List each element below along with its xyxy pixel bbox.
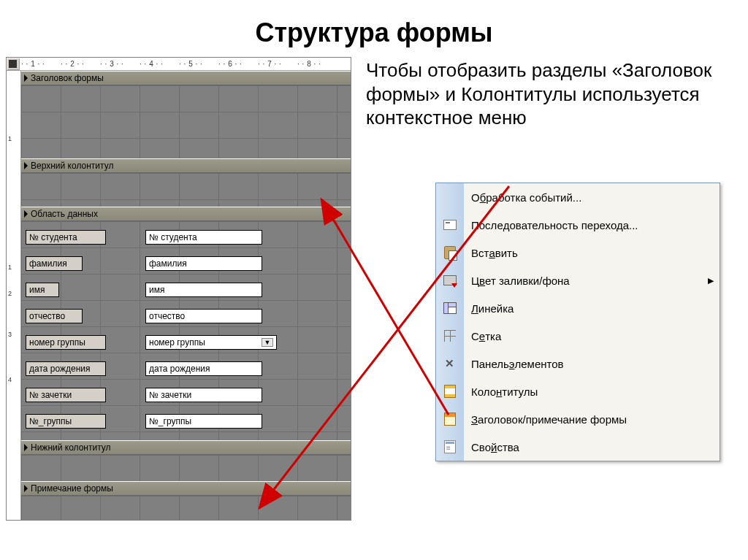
section-pointer-icon <box>24 444 28 451</box>
section-body-form-header[interactable] <box>21 85 351 158</box>
fill-icon <box>442 272 458 288</box>
section-body-page-header[interactable] <box>21 173 351 207</box>
field-group-combo[interactable]: номер группы▼ <box>145 335 277 350</box>
context-menu-item[interactable]: Панель элементов <box>436 350 720 377</box>
section-body-page-footer[interactable] <box>21 455 351 481</box>
context-menu-item[interactable]: Колонтитулы <box>436 377 720 405</box>
props-icon <box>442 439 458 455</box>
context-menu-item[interactable]: Заголовок/примечание формы <box>436 405 720 433</box>
section-body-detail[interactable]: № студента № студента фамилия фамилия им… <box>21 221 351 440</box>
tab-icon <box>442 217 458 233</box>
slide-title: Структура формы <box>0 0 748 57</box>
context-menu-label: Заголовок/примечание формы <box>464 413 720 426</box>
context-menu-item[interactable]: Вставить <box>436 239 720 266</box>
form-selector[interactable] <box>7 58 20 70</box>
context-menu-label: Обработка событий... <box>464 191 720 204</box>
label-firstname[interactable]: имя <box>26 283 59 297</box>
tools-icon <box>442 356 458 372</box>
context-menu-label: Вставить <box>464 247 720 259</box>
section-label: Нижний колонтитул <box>31 442 111 453</box>
section-pointer-icon <box>24 210 28 218</box>
section-bar-page-header[interactable]: Верхний колонтитул <box>21 158 351 173</box>
blank-icon <box>442 189 458 205</box>
context-menu-item[interactable]: Обработка событий... <box>436 183 720 211</box>
label-birthdate[interactable]: дата рождения <box>26 361 106 376</box>
context-menu-label: Свойства <box>464 441 720 453</box>
section-pointer-icon <box>24 485 28 492</box>
field-firstname[interactable]: имя <box>145 283 262 297</box>
context-menu-label: Последовательность перехода... <box>464 219 720 231</box>
field-student-no[interactable]: № студента <box>145 230 262 245</box>
headfoot-icon <box>442 383 458 399</box>
field-lastname[interactable]: фамилия <box>145 256 262 271</box>
ruler-icon <box>442 300 458 316</box>
horizontal-ruler: · · 1 · · · · 2 · · · · 3 · · · · 4 · · … <box>7 58 351 71</box>
section-bar-detail[interactable]: Область данных <box>21 207 351 221</box>
context-menu-label: Сетка <box>464 330 720 342</box>
context-menu-label: Колонтитулы <box>464 386 720 398</box>
paste-icon <box>442 245 458 261</box>
label-record-no[interactable]: № зачетки <box>26 388 106 402</box>
section-label: Область данных <box>31 209 98 219</box>
field-group-no[interactable]: №_группы <box>145 414 262 429</box>
section-body-form-footer[interactable] <box>21 496 351 521</box>
label-student-no[interactable]: № студента <box>26 230 106 245</box>
field-birthdate[interactable]: дата рождения <box>145 361 262 376</box>
field-patronymic[interactable]: отчество <box>145 309 262 323</box>
section-label: Верхний колонтитул <box>31 161 113 171</box>
context-menu-item[interactable]: Последовательность перехода... <box>436 211 720 239</box>
context-menu-item[interactable]: Линейка <box>436 294 720 322</box>
section-bar-page-footer[interactable]: Нижний колонтитул <box>21 440 351 455</box>
section-bar-form-header[interactable]: Заголовок формы <box>21 71 351 85</box>
form-design-view[interactable]: · · 1 · · · · 2 · · · · 3 · · · · 4 · · … <box>6 57 351 521</box>
context-menu-item[interactable]: Свойства <box>436 433 720 461</box>
section-bar-form-footer[interactable]: Примечание формы <box>21 481 351 496</box>
section-pointer-icon <box>24 74 28 82</box>
label-group[interactable]: номер группы <box>26 335 106 350</box>
grid-icon <box>442 328 458 344</box>
field-record-no[interactable]: № зачетки <box>145 388 262 402</box>
context-menu-label: Цвет заливки/фона <box>464 275 708 287</box>
label-patronymic[interactable]: отчество <box>26 309 83 323</box>
vertical-ruler: 1 1 2 3 4 <box>7 71 21 520</box>
context-menu[interactable]: Обработка событий...Последовательность п… <box>435 183 720 461</box>
section-label: Заголовок формы <box>31 73 104 83</box>
description-text: Чтобы отобразить разделы «Заголовок форм… <box>362 57 742 143</box>
titlfoot-icon <box>442 411 458 427</box>
label-lastname[interactable]: фамилия <box>26 256 83 271</box>
context-menu-label: Линейка <box>464 302 720 315</box>
context-menu-item[interactable]: Сетка <box>436 322 720 350</box>
submenu-arrow-icon: ▶ <box>708 276 720 285</box>
section-label: Примечание формы <box>31 483 113 494</box>
label-group-no[interactable]: №_группы <box>26 414 106 429</box>
context-menu-item[interactable]: Цвет заливки/фона▶ <box>436 266 720 294</box>
context-menu-label: Панель элементов <box>464 358 720 370</box>
section-pointer-icon <box>24 162 28 169</box>
